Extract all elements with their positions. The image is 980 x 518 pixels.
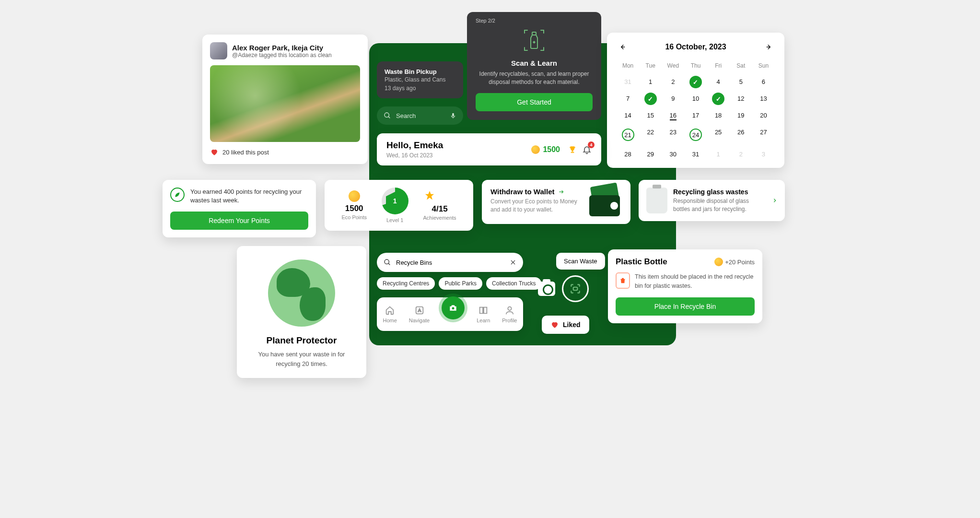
- calendar-day[interactable]: 3: [684, 75, 707, 89]
- item-desc: This item should be placed in the red re…: [635, 272, 755, 291]
- calendar-day[interactable]: 31: [684, 147, 707, 161]
- camera-icon[interactable]: [538, 282, 555, 296]
- onboarding-card: Step 2/2 Scan & Learn Identify recyclabl…: [467, 12, 601, 120]
- onboarding-desc: Identify recyclables, scan, and learn pr…: [476, 70, 593, 86]
- calendar-day[interactable]: 13: [752, 92, 775, 106]
- search-field[interactable]: [396, 259, 505, 266]
- calendar-day[interactable]: 23: [662, 125, 684, 144]
- calendar-weekday: Sun: [752, 59, 775, 72]
- social-post-card: Alex Roger Park, Ikeja City @Adaeze tagg…: [202, 35, 368, 164]
- search-input-white[interactable]: [377, 253, 523, 272]
- calendar-weekday: Tue: [639, 59, 662, 72]
- calendar-day[interactable]: 19: [730, 108, 752, 122]
- svg-rect-2: [452, 113, 454, 117]
- scan-bottle-icon: [476, 26, 593, 54]
- filter-chip[interactable]: Collection Trucks: [486, 277, 541, 290]
- calendar-day[interactable]: 8: [639, 92, 662, 106]
- pickup-card: Waste Bin Pickup Plastic, Glass and Cans…: [377, 61, 463, 98]
- calendar-day[interactable]: 1: [707, 147, 730, 161]
- stats-card: 1500 Eco Points 1 Level 1 4/15 Achieveme…: [325, 180, 473, 231]
- calendar-day[interactable]: 28: [617, 147, 639, 161]
- filter-chip[interactable]: Recycling Centres: [377, 277, 435, 290]
- calendar-day[interactable]: 2: [730, 147, 752, 161]
- svg-line-1: [388, 117, 390, 118]
- notification-badge: 4: [588, 141, 595, 148]
- scan-ring-button[interactable]: [562, 275, 589, 302]
- star-icon: [423, 190, 436, 202]
- globe-icon: [268, 259, 335, 327]
- microphone-icon[interactable]: [450, 112, 456, 119]
- calendar-day[interactable]: 27: [752, 125, 775, 144]
- calendar-day[interactable]: 17: [684, 108, 707, 122]
- level-stat: 1 Level 1: [382, 188, 408, 223]
- greeting-name: Hello, Emeka: [386, 140, 531, 151]
- coin-icon: [714, 258, 723, 266]
- clear-icon[interactable]: [510, 259, 516, 266]
- calendar-day[interactable]: 18: [707, 108, 730, 122]
- redeem-points-button[interactable]: Redeem Your Points: [170, 212, 308, 230]
- calendar-day[interactable]: 16: [662, 108, 684, 122]
- avatar: [210, 42, 227, 59]
- calendar-day[interactable]: 21: [617, 125, 639, 144]
- calendar-day[interactable]: 20: [752, 108, 775, 122]
- greeting-card: Hello, Emeka Wed, 16 Oct 2023 1500 4: [377, 133, 601, 165]
- calendar-day[interactable]: 3: [752, 147, 775, 161]
- calendar-day[interactable]: 12: [730, 92, 752, 106]
- get-started-button[interactable]: Get Started: [476, 93, 593, 111]
- coin-icon: [531, 145, 540, 154]
- post-title: Alex Roger Park, Ikeja City: [232, 44, 332, 52]
- calendar-day[interactable]: 31: [617, 75, 639, 89]
- calendar-next-button[interactable]: [763, 41, 775, 53]
- calendar-day[interactable]: 14: [617, 108, 639, 122]
- withdraw-card[interactable]: Withdraw to Wallet Convert your Eco poin…: [482, 180, 630, 224]
- pickup-subtitle: Plastic, Glass and Cans: [385, 76, 455, 83]
- calendar-day[interactable]: 11: [707, 92, 730, 106]
- svg-line-9: [388, 263, 390, 265]
- place-in-bin-button[interactable]: Place In Recycle Bin: [616, 297, 755, 316]
- trophy-icon: [568, 145, 577, 154]
- calendar-day[interactable]: 15: [639, 108, 662, 122]
- calendar-day[interactable]: 10: [684, 92, 707, 106]
- jar-icon: [646, 188, 667, 213]
- item-title: Plastic Bottle: [616, 257, 667, 267]
- calendar-day[interactable]: 7: [617, 92, 639, 106]
- onboarding-step: Step 2/2: [476, 18, 593, 24]
- calendar-weekday: Mon: [617, 59, 639, 72]
- calendar-day[interactable]: 26: [730, 125, 752, 144]
- search-pill-dark[interactable]: Search: [377, 106, 463, 125]
- calendar-day[interactable]: 9: [662, 92, 684, 106]
- calendar-day[interactable]: 4: [707, 75, 730, 89]
- calendar-prev-button[interactable]: [617, 41, 628, 53]
- calendar-day[interactable]: 25: [707, 125, 730, 144]
- post-image: [210, 65, 360, 142]
- filter-chip[interactable]: Public Parks: [439, 277, 482, 290]
- recycling-tip-card[interactable]: Recycling glass wastes Responsible dispo…: [639, 180, 785, 221]
- notifications-button[interactable]: 4: [582, 144, 592, 155]
- calendar-day[interactable]: 29: [639, 147, 662, 161]
- scan-waste-button[interactable]: Scan Waste: [556, 253, 605, 270]
- calendar-day[interactable]: 24: [684, 125, 707, 144]
- nav-navigate[interactable]: Navigate: [409, 305, 430, 323]
- calendar-day[interactable]: 2: [662, 75, 684, 89]
- likes-text: 20 liked this post: [222, 149, 269, 156]
- nav-learn[interactable]: Learn: [477, 305, 490, 323]
- onboarding-title: Scan & Learn: [476, 59, 593, 67]
- calendar-weekday: Thu: [684, 59, 707, 72]
- search-icon: [384, 259, 391, 266]
- calendar-weekday: Sat: [730, 59, 752, 72]
- wallet-icon: [587, 188, 622, 216]
- calendar-day[interactable]: 30: [662, 147, 684, 161]
- calendar-day[interactable]: 1: [639, 75, 662, 89]
- calendar-day[interactable]: 22: [639, 125, 662, 144]
- nav-home[interactable]: Home: [383, 305, 397, 323]
- calendar-day[interactable]: 6: [752, 75, 775, 89]
- heart-icon[interactable]: [210, 148, 219, 156]
- item-points: +20 Points: [714, 258, 755, 266]
- nav-profile[interactable]: Profile: [502, 305, 517, 323]
- calendar-day[interactable]: 5: [730, 75, 752, 89]
- greeting-points: 1500: [543, 145, 560, 154]
- search-icon: [384, 112, 391, 119]
- liked-button[interactable]: Liked: [542, 316, 589, 334]
- nav-camera-button[interactable]: [442, 296, 465, 319]
- arrow-right-icon: [557, 188, 566, 195]
